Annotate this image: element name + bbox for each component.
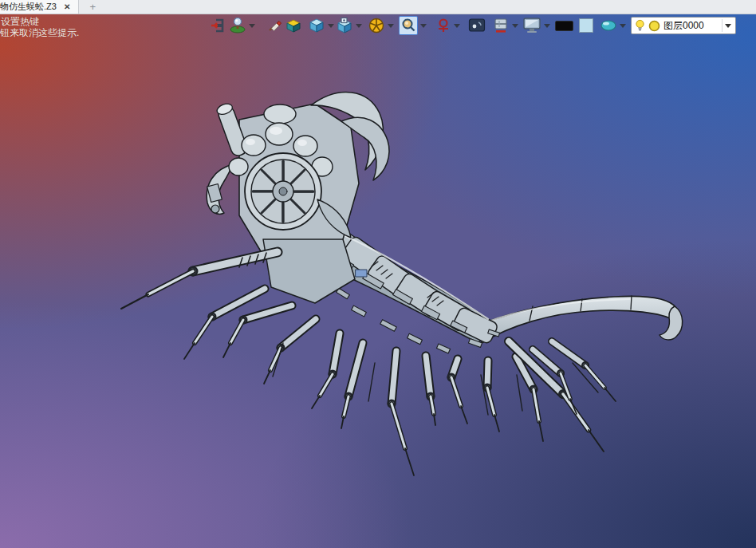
cube-edges-icon — [336, 17, 353, 34]
appearance-button[interactable] — [600, 16, 626, 35]
monitor-button[interactable] — [522, 16, 550, 35]
model-leg — [312, 333, 340, 408]
zoom-tool-button[interactable] — [399, 16, 427, 35]
model-leg — [121, 252, 278, 309]
teal-blob-icon — [600, 18, 617, 33]
model-leg — [426, 356, 435, 425]
black-swatch-icon — [555, 21, 573, 31]
monitor-icon — [522, 17, 541, 34]
light-blue-swatch-icon — [579, 18, 593, 33]
exit-prompt-button[interactable] — [210, 16, 226, 35]
chevron-down-icon[interactable] — [388, 24, 394, 28]
view-toolbar: 图层0000 — [210, 15, 736, 36]
chevron-down-icon[interactable] — [249, 24, 255, 28]
hint-overlay: 设置热键 钮来取消这些提示. — [1, 16, 79, 38]
hint-line-2: 钮来取消这些提示. — [0, 27, 79, 38]
exit-door-icon — [210, 18, 226, 34]
chevron-down-icon[interactable] — [454, 24, 460, 28]
model-centipede — [0, 14, 756, 548]
pin-button[interactable] — [434, 16, 460, 35]
3d-viewport[interactable]: 设置热键 钮来取消这些提示. — [0, 14, 756, 548]
model-leg — [447, 359, 468, 424]
layer-combo-arrow[interactable] — [722, 19, 734, 32]
bulb-icon — [635, 19, 645, 32]
chevron-down-icon[interactable] — [420, 24, 427, 28]
open-box-button[interactable] — [285, 16, 302, 35]
section-plane-icon — [492, 17, 510, 34]
chevron-down-icon[interactable] — [328, 24, 334, 28]
pen-button[interactable] — [266, 16, 282, 35]
document-tab[interactable]: 物仿生蜈蚣.Z3 ✕ — [0, 0, 79, 14]
scene-view-icon — [229, 17, 246, 34]
model-leg — [483, 361, 500, 432]
model-tail — [477, 296, 683, 343]
tab-bar: 物仿生蜈蚣.Z3 ✕ + — [0, 0, 756, 14]
active-tool-highlight — [399, 16, 418, 35]
shaded-cube-button[interactable] — [308, 16, 334, 35]
model-leg — [184, 289, 265, 359]
cube-edges-button[interactable] — [336, 16, 362, 35]
layer-circle-icon — [648, 20, 660, 32]
model-leg — [264, 319, 316, 384]
model-turbine — [245, 153, 321, 230]
shaded-cube-icon — [308, 17, 325, 34]
document-tab-title: 物仿生蜈蚣.Z3 — [0, 1, 57, 13]
view-wheel-icon — [368, 17, 385, 34]
chevron-down-icon[interactable] — [356, 24, 362, 28]
section-plane-button[interactable] — [492, 16, 518, 35]
dark-screen-button[interactable] — [468, 16, 486, 35]
scene-view-button[interactable] — [229, 16, 255, 35]
view-wheel-button[interactable] — [368, 16, 394, 35]
open-box-icon — [285, 17, 302, 34]
pin-icon — [434, 17, 451, 34]
background-color-swatch[interactable] — [579, 16, 593, 35]
hint-line-1: 设置热键 — [1, 16, 79, 27]
chevron-down-icon[interactable] — [512, 24, 518, 28]
chevron-down-icon[interactable] — [620, 24, 626, 28]
model-leg — [388, 351, 415, 475]
pen-icon — [266, 18, 282, 34]
new-tab-button[interactable]: + — [79, 0, 106, 14]
dark-screen-icon — [468, 18, 486, 34]
tab-close-icon[interactable]: ✕ — [62, 2, 72, 12]
magnifier-icon — [400, 18, 416, 34]
layer-combo-value: 图层0000 — [663, 19, 719, 33]
edge-color-swatch[interactable] — [555, 16, 573, 35]
model-leg — [509, 341, 604, 451]
layer-combo[interactable]: 图层0000 — [631, 16, 736, 35]
chevron-down-icon[interactable] — [544, 24, 550, 28]
model-leg — [341, 343, 363, 428]
